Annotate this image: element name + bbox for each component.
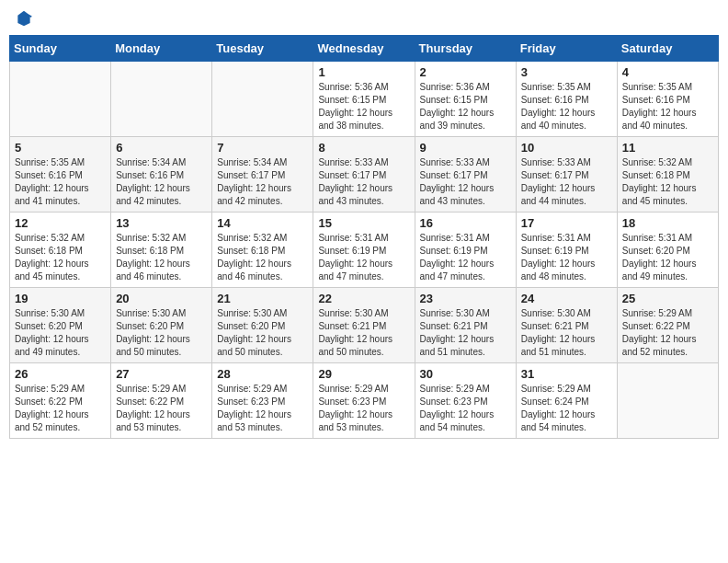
day-info: Sunrise: 5:29 AMSunset: 6:22 PMDaylight:… xyxy=(116,383,207,434)
day-number: 18 xyxy=(622,216,713,230)
calendar-cell: 29Sunrise: 5:29 AMSunset: 6:23 PMDayligh… xyxy=(313,363,415,439)
day-info: Sunrise: 5:32 AMSunset: 6:18 PMDaylight:… xyxy=(217,232,308,283)
calendar-cell: 30Sunrise: 5:29 AMSunset: 6:23 PMDayligh… xyxy=(415,363,516,439)
day-info: Sunrise: 5:33 AMSunset: 6:17 PMDaylight:… xyxy=(420,156,511,208)
day-info: Sunrise: 5:32 AMSunset: 6:18 PMDaylight:… xyxy=(15,232,106,283)
day-number: 22 xyxy=(318,292,409,305)
day-number: 14 xyxy=(217,216,308,230)
day-number: 3 xyxy=(521,65,612,79)
day-info: Sunrise: 5:29 AMSunset: 6:23 PMDaylight:… xyxy=(217,383,308,434)
day-number: 17 xyxy=(521,216,612,230)
day-number: 23 xyxy=(420,292,511,305)
day-number: 11 xyxy=(622,141,713,155)
calendar-cell: 26Sunrise: 5:29 AMSunset: 6:22 PMDayligh… xyxy=(10,363,111,439)
day-info: Sunrise: 5:29 AMSunset: 6:22 PMDaylight:… xyxy=(15,383,106,434)
calendar-cell: 14Sunrise: 5:32 AMSunset: 6:18 PMDayligh… xyxy=(212,213,313,288)
day-info: Sunrise: 5:34 AMSunset: 6:16 PMDaylight:… xyxy=(116,156,207,208)
calendar-cell: 15Sunrise: 5:31 AMSunset: 6:19 PMDayligh… xyxy=(313,213,415,288)
calendar-week-row: 26Sunrise: 5:29 AMSunset: 6:22 PMDayligh… xyxy=(10,363,719,439)
calendar-cell: 5Sunrise: 5:35 AMSunset: 6:16 PMDaylight… xyxy=(10,137,111,213)
calendar-cell: 8Sunrise: 5:33 AMSunset: 6:17 PMDaylight… xyxy=(313,137,415,213)
calendar-cell: 9Sunrise: 5:33 AMSunset: 6:17 PMDaylight… xyxy=(415,137,516,213)
day-number: 19 xyxy=(15,292,106,305)
calendar-cell: 1Sunrise: 5:36 AMSunset: 6:15 PMDaylight… xyxy=(313,62,415,137)
calendar-cell xyxy=(617,363,718,439)
calendar-header-tuesday: Tuesday xyxy=(212,36,313,62)
day-number: 8 xyxy=(318,141,409,155)
calendar-cell: 3Sunrise: 5:35 AMSunset: 6:16 PMDaylight… xyxy=(516,62,617,137)
day-info: Sunrise: 5:32 AMSunset: 6:18 PMDaylight:… xyxy=(622,156,713,208)
day-number: 16 xyxy=(420,216,511,230)
day-info: Sunrise: 5:33 AMSunset: 6:17 PMDaylight:… xyxy=(521,156,612,208)
calendar-cell: 31Sunrise: 5:29 AMSunset: 6:24 PMDayligh… xyxy=(516,363,617,439)
day-info: Sunrise: 5:29 AMSunset: 6:23 PMDaylight:… xyxy=(318,383,409,434)
calendar-cell: 11Sunrise: 5:32 AMSunset: 6:18 PMDayligh… xyxy=(617,137,718,213)
day-info: Sunrise: 5:30 AMSunset: 6:20 PMDaylight:… xyxy=(116,307,207,359)
day-number: 12 xyxy=(15,216,106,230)
day-number: 10 xyxy=(521,141,612,155)
day-number: 4 xyxy=(622,65,713,79)
calendar-cell: 27Sunrise: 5:29 AMSunset: 6:22 PMDayligh… xyxy=(111,363,212,439)
day-info: Sunrise: 5:31 AMSunset: 6:19 PMDaylight:… xyxy=(521,232,612,283)
calendar-cell: 7Sunrise: 5:34 AMSunset: 6:17 PMDaylight… xyxy=(212,137,313,213)
calendar-cell: 24Sunrise: 5:30 AMSunset: 6:21 PMDayligh… xyxy=(516,288,617,363)
day-number: 5 xyxy=(15,141,106,155)
day-info: Sunrise: 5:29 AMSunset: 6:22 PMDaylight:… xyxy=(622,307,713,359)
calendar-cell: 10Sunrise: 5:33 AMSunset: 6:17 PMDayligh… xyxy=(516,137,617,213)
calendar-header-thursday: Thursday xyxy=(415,36,516,62)
calendar-week-row: 12Sunrise: 5:32 AMSunset: 6:18 PMDayligh… xyxy=(10,213,719,288)
calendar-cell: 25Sunrise: 5:29 AMSunset: 6:22 PMDayligh… xyxy=(617,288,718,363)
day-info: Sunrise: 5:29 AMSunset: 6:23 PMDaylight:… xyxy=(420,383,511,434)
calendar-cell xyxy=(111,62,212,137)
day-number: 21 xyxy=(217,292,308,305)
day-info: Sunrise: 5:33 AMSunset: 6:17 PMDaylight:… xyxy=(318,156,409,208)
day-info: Sunrise: 5:30 AMSunset: 6:21 PMDaylight:… xyxy=(318,307,409,359)
calendar-cell xyxy=(212,62,313,137)
calendar-cell: 4Sunrise: 5:35 AMSunset: 6:16 PMDaylight… xyxy=(617,62,718,137)
day-number: 15 xyxy=(318,216,409,230)
calendar-cell: 20Sunrise: 5:30 AMSunset: 6:20 PMDayligh… xyxy=(111,288,212,363)
calendar-cell: 17Sunrise: 5:31 AMSunset: 6:19 PMDayligh… xyxy=(516,213,617,288)
calendar-cell: 21Sunrise: 5:30 AMSunset: 6:20 PMDayligh… xyxy=(212,288,313,363)
day-info: Sunrise: 5:30 AMSunset: 6:20 PMDaylight:… xyxy=(15,307,106,359)
day-info: Sunrise: 5:32 AMSunset: 6:18 PMDaylight:… xyxy=(116,232,207,283)
day-info: Sunrise: 5:30 AMSunset: 6:20 PMDaylight:… xyxy=(217,307,308,359)
calendar-cell: 16Sunrise: 5:31 AMSunset: 6:19 PMDayligh… xyxy=(415,213,516,288)
calendar-week-row: 19Sunrise: 5:30 AMSunset: 6:20 PMDayligh… xyxy=(10,288,719,363)
day-number: 7 xyxy=(217,141,308,155)
day-number: 1 xyxy=(318,65,409,79)
calendar-cell: 23Sunrise: 5:30 AMSunset: 6:21 PMDayligh… xyxy=(415,288,516,363)
day-info: Sunrise: 5:29 AMSunset: 6:24 PMDaylight:… xyxy=(521,383,612,434)
day-number: 30 xyxy=(420,367,511,381)
day-info: Sunrise: 5:31 AMSunset: 6:20 PMDaylight:… xyxy=(622,232,713,283)
day-number: 29 xyxy=(318,367,409,381)
day-info: Sunrise: 5:31 AMSunset: 6:19 PMDaylight:… xyxy=(318,232,409,283)
day-number: 13 xyxy=(116,216,207,230)
calendar-cell: 12Sunrise: 5:32 AMSunset: 6:18 PMDayligh… xyxy=(10,213,111,288)
calendar-cell xyxy=(10,62,111,137)
day-info: Sunrise: 5:30 AMSunset: 6:21 PMDaylight:… xyxy=(521,307,612,359)
calendar-table: SundayMondayTuesdayWednesdayThursdayFrid… xyxy=(9,35,719,439)
day-info: Sunrise: 5:35 AMSunset: 6:16 PMDaylight:… xyxy=(15,156,106,208)
day-info: Sunrise: 5:34 AMSunset: 6:17 PMDaylight:… xyxy=(217,156,308,208)
calendar-cell: 13Sunrise: 5:32 AMSunset: 6:18 PMDayligh… xyxy=(111,213,212,288)
calendar-cell: 6Sunrise: 5:34 AMSunset: 6:16 PMDaylight… xyxy=(111,137,212,213)
day-number: 31 xyxy=(521,367,612,381)
day-info: Sunrise: 5:36 AMSunset: 6:15 PMDaylight:… xyxy=(318,81,409,132)
day-number: 9 xyxy=(420,141,511,155)
logo-icon xyxy=(15,9,33,28)
day-number: 2 xyxy=(420,65,511,79)
calendar-week-row: 1Sunrise: 5:36 AMSunset: 6:15 PMDaylight… xyxy=(10,62,719,137)
day-number: 27 xyxy=(116,367,207,381)
day-number: 28 xyxy=(217,367,308,381)
calendar-header-friday: Friday xyxy=(516,36,617,62)
calendar-header-wednesday: Wednesday xyxy=(313,36,415,62)
page-header xyxy=(9,9,719,28)
calendar-header-monday: Monday xyxy=(111,36,212,62)
calendar-header-saturday: Saturday xyxy=(617,36,718,62)
day-info: Sunrise: 5:36 AMSunset: 6:15 PMDaylight:… xyxy=(420,81,511,132)
day-number: 6 xyxy=(116,141,207,155)
day-info: Sunrise: 5:30 AMSunset: 6:21 PMDaylight:… xyxy=(420,307,511,359)
day-info: Sunrise: 5:35 AMSunset: 6:16 PMDaylight:… xyxy=(521,81,612,132)
calendar-week-row: 5Sunrise: 5:35 AMSunset: 6:16 PMDaylight… xyxy=(10,137,719,213)
